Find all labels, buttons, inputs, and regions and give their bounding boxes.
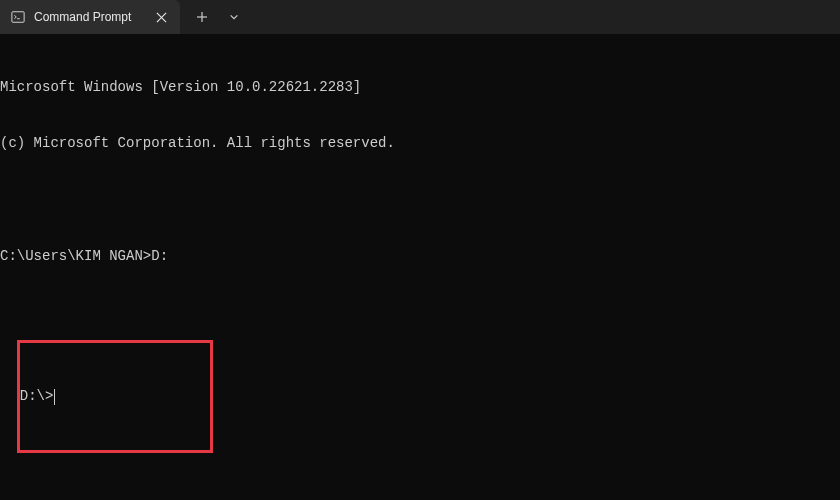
terminal-command: D: <box>151 248 168 264</box>
terminal-blank <box>0 304 840 322</box>
highlight-annotation: D:\> <box>17 340 213 452</box>
tab-actions <box>188 3 248 31</box>
svg-rect-0 <box>12 12 24 23</box>
close-icon[interactable] <box>152 8 170 26</box>
terminal-icon <box>10 9 26 25</box>
terminal-content[interactable]: Microsoft Windows [Version 10.0.22621.22… <box>0 34 840 459</box>
terminal-output: (c) Microsoft Corporation. All rights re… <box>0 134 840 153</box>
tab-dropdown-button[interactable] <box>220 3 248 31</box>
tab-title: Command Prompt <box>34 10 152 24</box>
terminal-prompt: D:\> <box>20 387 54 406</box>
terminal-prompt-line: D:\> <box>20 387 204 406</box>
terminal-prompt-line: C:\Users\KIM NGAN>D: <box>0 247 840 266</box>
new-tab-button[interactable] <box>188 3 216 31</box>
terminal-cursor <box>54 389 55 405</box>
tab-command-prompt[interactable]: Command Prompt <box>0 0 180 34</box>
terminal-output: Microsoft Windows [Version 10.0.22621.22… <box>0 78 840 97</box>
terminal-blank <box>0 191 840 209</box>
title-bar: Command Prompt <box>0 0 840 34</box>
terminal-prompt: C:\Users\KIM NGAN> <box>0 248 151 264</box>
